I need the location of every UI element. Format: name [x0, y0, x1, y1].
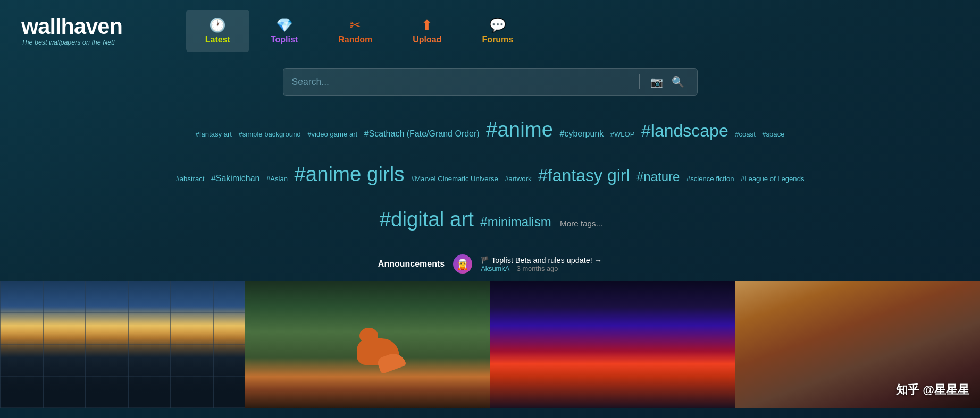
nav-item-latest[interactable]: 🕐 Latest — [186, 10, 249, 52]
tag-video-game-art[interactable]: #video game art — [307, 127, 357, 142]
nav-item-toplist[interactable]: 💎 Toplist — [252, 10, 317, 52]
wallpaper-3[interactable] — [490, 281, 735, 408]
tag-scathach[interactable]: #Scathach (Fate/Grand Order) — [364, 124, 480, 143]
announcement-separator: – — [511, 265, 515, 272]
tag-cyberpunk[interactable]: #cyberpunk — [559, 124, 604, 143]
tag-anime[interactable]: #anime — [486, 107, 553, 152]
tag-landscape[interactable]: #landscape — [641, 112, 728, 149]
fox-figure — [351, 328, 405, 370]
nav-item-forums[interactable]: 💬 Forums — [463, 10, 532, 52]
tag-fantasy-girl[interactable]: #fantasy girl — [538, 157, 630, 194]
search-button[interactable]: 🔍 — [667, 74, 689, 90]
announcement-meta: AksumkA – 3 months ago — [481, 265, 602, 272]
announcements-bar: Announcements 🧝 🏴 Toplist Beta and rules… — [0, 247, 980, 281]
search-magnifier-icon: 🔍 — [672, 76, 684, 88]
wallpaper-4[interactable]: 知乎 @星星星 — [735, 281, 980, 408]
tag-nature[interactable]: #nature — [636, 163, 680, 191]
tag-digital-art[interactable]: #digital art — [380, 197, 474, 242]
nav-item-random[interactable]: ✂ Random — [319, 10, 391, 52]
tag-artwork[interactable]: #artwork — [505, 172, 531, 187]
announcement-avatar: 🧝 — [453, 254, 472, 274]
search-divider — [639, 74, 640, 89]
upload-icon: ⬆ — [421, 17, 433, 33]
wallpaper-grid: 知乎 @星星星 — [0, 281, 980, 408]
nav-toplist-label: Toplist — [271, 35, 298, 45]
tag-marvel[interactable]: #Marvel Cinematic Universe — [411, 172, 498, 187]
tag-science-fiction[interactable]: #science fiction — [686, 172, 734, 187]
logo-area: wallhaven The best wallpapers on the Net… — [21, 15, 122, 46]
announcement-content: 🏴 Toplist Beta and rules update! → Aksum… — [481, 256, 602, 272]
announcement-arrow: → — [594, 256, 602, 265]
announcement-title[interactable]: 🏴 Toplist Beta and rules update! → — [481, 256, 602, 265]
search-container: 📷 🔍 — [0, 68, 980, 96]
announcements-label: Announcements — [378, 259, 445, 269]
tags-more[interactable]: More tags... — [560, 219, 602, 228]
image-search-button[interactable]: 📷 — [646, 74, 667, 90]
main-nav: 🕐 Latest 💎 Toplist ✂ Random ⬆ Upload 💬 F… — [186, 10, 532, 52]
announcement-user[interactable]: AksumkA — [481, 265, 509, 272]
tag-space[interactable]: #space — [762, 127, 784, 142]
header: wallhaven The best wallpapers on the Net… — [0, 0, 980, 57]
wallpaper-1[interactable] — [0, 281, 245, 408]
nav-latest-label: Latest — [205, 35, 230, 45]
tags-row-1: #fantasy art #simple background #video g… — [32, 107, 948, 152]
logo-subtitle: The best wallpapers on the Net! — [21, 39, 122, 46]
tags-row-3: #digital art #minimalism More tags... — [32, 197, 948, 242]
watermark-text: 知乎 @星星星 — [896, 381, 969, 398]
nav-item-upload[interactable]: ⬆ Upload — [393, 10, 460, 52]
nav-forums-label: Forums — [482, 35, 513, 45]
tag-league[interactable]: #League of Legends — [741, 172, 805, 187]
tags-area: #fantasy art #simple background #video g… — [0, 96, 980, 247]
tag-sakimichan[interactable]: #Sakimichan — [211, 169, 260, 187]
tag-minimalism[interactable]: #minimalism — [480, 208, 551, 236]
camera-icon: 📷 — [650, 76, 663, 88]
announcement-time: 3 months ago — [517, 265, 558, 272]
logo-title: wallhaven — [21, 15, 122, 38]
tags-row-2: #abstract #Sakimichan #Asian #anime girl… — [32, 152, 948, 197]
flag-icon: 🏴 — [481, 256, 489, 264]
tag-fantasy-art[interactable]: #fantasy art — [195, 127, 232, 142]
random-icon: ✂ — [349, 17, 361, 33]
search-input[interactable] — [292, 76, 633, 88]
nav-random-label: Random — [338, 35, 372, 45]
tag-wlop[interactable]: #WLOP — [610, 127, 635, 142]
tag-asian[interactable]: #Asian — [266, 172, 288, 187]
announcement-title-text: Toplist Beta and rules update! — [491, 256, 592, 265]
tag-simple-background[interactable]: #simple background — [238, 127, 300, 142]
forums-icon: 💬 — [489, 17, 506, 33]
latest-icon: 🕐 — [209, 17, 226, 33]
tag-abstract[interactable]: #abstract — [175, 172, 204, 187]
toplist-icon: 💎 — [276, 17, 293, 33]
tag-anime-girls[interactable]: #anime girls — [294, 152, 404, 197]
tag-coast[interactable]: #coast — [735, 127, 756, 142]
search-box: 📷 🔍 — [283, 68, 698, 96]
nav-upload-label: Upload — [413, 35, 441, 45]
wallpaper-2[interactable] — [245, 281, 490, 408]
